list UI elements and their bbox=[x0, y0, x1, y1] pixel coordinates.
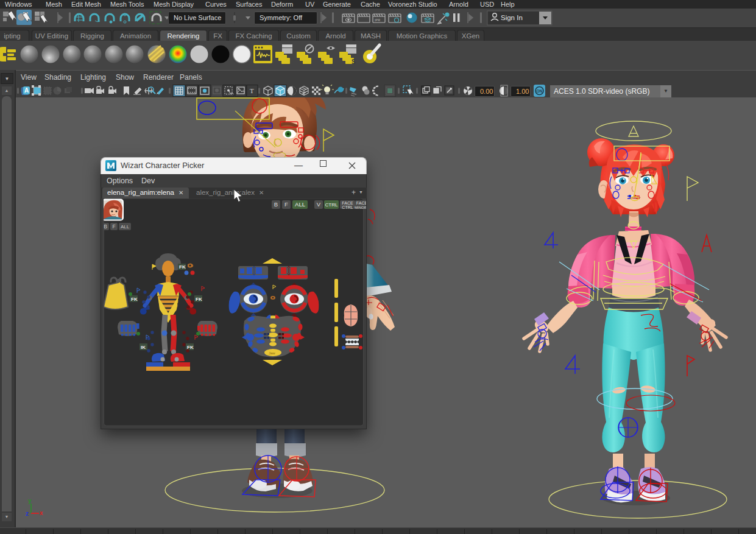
svg-text:F: F bbox=[112, 223, 115, 230]
svg-text:V: V bbox=[317, 201, 321, 208]
svg-text:CTRL: CTRL bbox=[342, 205, 353, 209]
svg-text:y: y bbox=[28, 497, 32, 504]
svg-text:B: B bbox=[274, 201, 278, 208]
svg-text:x: x bbox=[40, 510, 43, 516]
svg-text:F: F bbox=[284, 201, 288, 208]
svg-text:S: S bbox=[352, 58, 356, 65]
svg-text:A: A bbox=[24, 87, 29, 94]
svg-text:IK: IK bbox=[141, 345, 146, 350]
svg-text:T: T bbox=[250, 87, 254, 94]
svg-text:B: B bbox=[104, 223, 107, 230]
svg-text:Sign In: Sign In bbox=[501, 14, 523, 21]
svg-text:Jaw: Jaw bbox=[269, 351, 275, 355]
svg-text:IPR: IPR bbox=[375, 18, 380, 22]
svg-text:FK: FK bbox=[196, 297, 202, 302]
svg-text:MINORS: MINORS bbox=[355, 206, 366, 209]
svg-text:CTRL: CTRL bbox=[325, 202, 338, 208]
svg-text:FK: FK bbox=[179, 264, 186, 270]
svg-text:ALL: ALL bbox=[121, 224, 130, 230]
svg-text:FACE: FACE bbox=[356, 201, 366, 205]
svg-text:FACE: FACE bbox=[342, 201, 353, 205]
svg-text:ALL: ALL bbox=[295, 201, 305, 208]
svg-text:z: z bbox=[26, 510, 29, 517]
svg-text:ON: ON bbox=[537, 89, 543, 93]
svg-text:FK: FK bbox=[131, 297, 138, 302]
